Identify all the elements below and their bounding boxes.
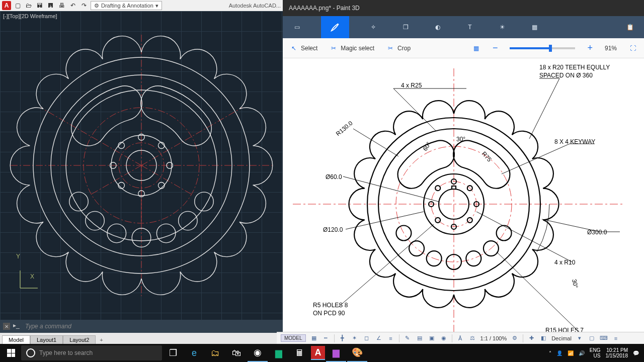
ucs-icon: Y X (15, 268, 40, 295)
status-iso-icon[interactable]: ◧ (539, 334, 547, 342)
tool-select[interactable]: ↖ Select (290, 44, 317, 52)
taskbar-app1-icon[interactable]: ▆ (269, 344, 289, 362)
tray-network-icon[interactable]: 📶 (568, 350, 574, 356)
gear-drawing (6, 30, 277, 301)
status-sel-icon[interactable]: ▣ (428, 334, 436, 342)
status-snap-icon[interactable]: ┅ (322, 334, 330, 342)
tab-model[interactable]: Model (2, 335, 30, 344)
chevron-down-icon: ▾ (155, 3, 158, 9)
cursor-icon: ↖ (290, 44, 298, 52)
taskbar-edge-icon[interactable]: e (184, 344, 204, 362)
crop-icon: ✂ (386, 44, 394, 52)
status-custom-icon[interactable]: ≡ (612, 334, 620, 342)
status-lwt-icon[interactable]: ≡ (387, 334, 395, 342)
dim-r10: 4 x R10 (554, 259, 576, 266)
grid-toggle-icon[interactable]: ▦ (472, 44, 480, 52)
tab-layout1[interactable]: Layout1 (30, 335, 63, 344)
status-gear-icon[interactable]: ⚙ (511, 334, 519, 342)
status-plus-icon[interactable]: ✚ (527, 334, 535, 342)
taskbar-store-icon[interactable]: 🛍 (226, 344, 247, 362)
status-box-icon[interactable]: ▢ (588, 334, 596, 342)
taskbar-app2-icon[interactable]: ▆ (326, 344, 346, 362)
tool-magic-select[interactable]: ✂ Magic select (330, 44, 374, 52)
qat-new-icon[interactable]: ▢ (13, 1, 22, 10)
qat-plot-icon[interactable]: 🖶 (57, 1, 66, 10)
status-model-button[interactable]: MODEL (281, 334, 306, 342)
qat-undo-icon[interactable]: ↶ (68, 1, 77, 10)
status-ortho-icon[interactable]: ╋ (339, 334, 347, 342)
status-hw-icon[interactable]: ⌨ (600, 334, 608, 342)
task-view-icon[interactable]: ❐ (163, 344, 183, 362)
status-dyn-icon[interactable]: ✎ (404, 334, 412, 342)
ucs-y-label: Y (16, 253, 20, 260)
taskbar-explorer-icon[interactable]: 🗂 (205, 344, 225, 362)
svg-point-24 (156, 224, 176, 243)
zoom-in[interactable]: + (587, 43, 593, 53)
status-annoscale-icon[interactable]: ⚖ (468, 334, 476, 342)
status-polar-icon[interactable]: ✶ (351, 334, 359, 342)
status-osnap-icon[interactable]: ◻ (363, 334, 371, 342)
view-label[interactable]: [-][Top][2D Wireframe] (3, 13, 57, 19)
tool-crop-label: Crop (397, 45, 411, 52)
search-placeholder: Type here to search (39, 349, 93, 356)
paint3d-canvas[interactable]: 18 x R20 TEETH EQULLY SPACED ON Ø 360 4 … (283, 58, 644, 344)
status-scale[interactable]: 1:1 / 100% (480, 335, 507, 341)
cmdline-close-icon[interactable]: ✕ (3, 323, 10, 330)
zoom-slider[interactable] (510, 47, 575, 49)
svg-line-63 (346, 212, 424, 229)
tool-crop[interactable]: ✂ Crop (386, 44, 411, 52)
workspace-dropdown[interactable]: ⚙ Drafting & Annotation ▾ (91, 1, 162, 10)
fullscreen-icon[interactable]: ⛶ (629, 44, 637, 52)
command-line[interactable]: ✕ ▸_ Type a command (0, 320, 283, 333)
start-button[interactable] (2, 344, 20, 362)
status-anno-icon[interactable]: Å (456, 334, 464, 342)
paint3d-ribbon: ▭ ✧ ❒ ◐ T ☀ ▦ 📋 (283, 16, 644, 38)
tray-language[interactable]: ENGUS (590, 347, 601, 358)
taskbar-search[interactable]: Type here to search (21, 345, 162, 360)
ribbon-brushes-icon[interactable] (321, 16, 349, 38)
paint3d-toolrow: ↖ Select ✂ Magic select ✂ Crop ▦ − + 91%… (283, 38, 644, 58)
status-grid-icon[interactable]: ▦ (310, 334, 318, 342)
dim-r5-2: ON PCD 90 (313, 310, 345, 317)
qat-open-icon[interactable]: 🗁 (24, 1, 33, 10)
ribbon-stickers-icon[interactable]: ◐ (430, 19, 446, 35)
tray-notifications-icon[interactable]: 💬 (633, 350, 639, 356)
taskbar-calc-icon[interactable]: 🖩 (290, 344, 310, 362)
autocad-canvas[interactable]: [-][Top][2D Wireframe] (0, 11, 283, 320)
tray-clock[interactable]: 10:21 PM1/15/2018 (606, 347, 628, 358)
dim-keyway: 8 X 4 KEYWAY (554, 138, 595, 145)
svg-point-23 (179, 211, 198, 230)
status-otrack-icon[interactable]: ∠ (375, 334, 383, 342)
tray-people-icon[interactable]: 👤 (556, 350, 562, 356)
qat-saveas-icon[interactable]: 🖪 (46, 1, 55, 10)
autocad-logo-icon: A (2, 1, 11, 10)
ribbon-text-icon[interactable]: T (462, 19, 478, 35)
tool-magic-label: Magic select (341, 45, 374, 52)
tray-volume-icon[interactable]: 🔊 (579, 350, 585, 356)
svg-point-27 (86, 211, 105, 230)
taskbar-paint3d-icon[interactable]: 🎨 (347, 344, 367, 362)
cmdline-prompt-icon: ▸_ (13, 322, 22, 331)
zoom-out[interactable]: − (493, 43, 498, 53)
tab-layout2[interactable]: Layout2 (63, 335, 96, 344)
status-qprop-icon[interactable]: ▤ (416, 334, 424, 342)
svg-point-42 (435, 186, 440, 191)
ribbon-2dshapes-icon[interactable]: ✧ (365, 19, 381, 35)
ribbon-paste-icon[interactable]: 📋 (622, 19, 638, 35)
taskbar-chrome-icon[interactable]: ◉ (248, 344, 268, 362)
status-units[interactable]: Decimal (551, 335, 572, 341)
ribbon-canvas-icon[interactable]: ▦ (526, 19, 542, 35)
taskbar-autocad-icon[interactable]: A (311, 346, 325, 360)
autocad-titlebar: A ▢ 🗁 🖬 🖪 🖶 ↶ ↷ ⚙ Drafting & Annotation … (0, 0, 283, 11)
system-tray: ˄ 👤 📶 🔊 ENGUS 10:21 PM1/15/2018 💬 (549, 347, 642, 358)
ribbon-menu-icon[interactable]: ▭ (289, 19, 305, 35)
ribbon-3dshapes-icon[interactable]: ❒ (397, 19, 414, 35)
svg-point-22 (195, 192, 214, 211)
status-view-icon[interactable]: ▾ (576, 334, 584, 342)
status-gizmo-icon[interactable]: ◉ (440, 334, 448, 342)
tab-add[interactable]: + (96, 336, 107, 344)
qat-redo-icon[interactable]: ↷ (79, 1, 89, 10)
tray-up-icon[interactable]: ˄ (549, 350, 551, 356)
qat-save-icon[interactable]: 🖬 (35, 1, 44, 10)
ribbon-effects-icon[interactable]: ☀ (494, 19, 510, 35)
